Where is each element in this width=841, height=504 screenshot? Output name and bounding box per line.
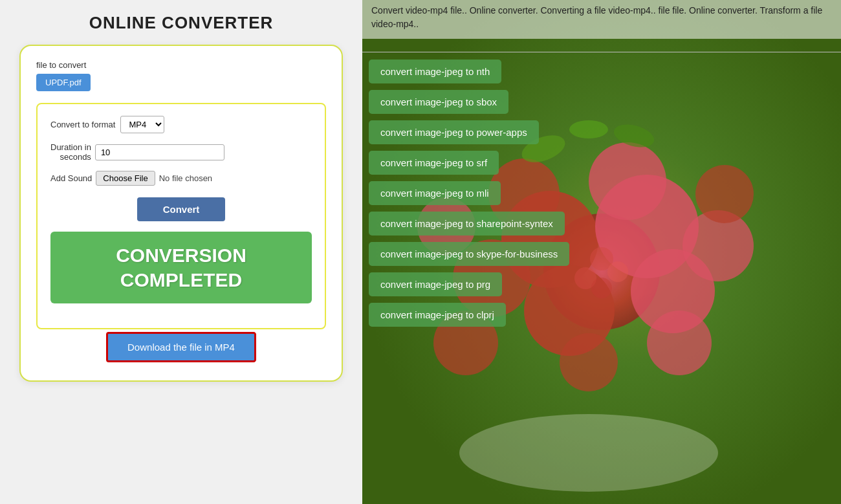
convert-button[interactable]: Convert (137, 197, 226, 221)
link-item-0[interactable]: convert image-jpeg to nth (369, 60, 501, 83)
format-row: Convert to format MP4 AVI MOV MKV GIF (50, 116, 312, 133)
link-item-7[interactable]: convert image-jpeg to prg (369, 272, 502, 296)
format-label: Convert to format (50, 120, 115, 129)
choose-file-button[interactable]: Choose File (96, 171, 155, 186)
links-container: convert image-jpeg to nthconvert image-j… (369, 60, 835, 327)
svg-point-22 (459, 414, 718, 492)
conversion-completed-line2: COMPLETED (57, 268, 305, 292)
conversion-completed-box: CONVERSION COMPLETED (50, 232, 312, 303)
add-sound-label: Add Sound (50, 173, 92, 183)
link-item-4[interactable]: convert image-jpeg to mli (369, 181, 501, 205)
download-button[interactable]: Download the file in MP4 (106, 332, 256, 362)
sound-row: Add Sound Choose File No file chosen (50, 171, 312, 186)
link-item-1[interactable]: convert image-jpeg to sbox (369, 90, 508, 114)
duration-label: Duration inseconds (50, 142, 91, 162)
description-text: Convert video-mp4 file.. Online converte… (362, 0, 841, 39)
page-title: ONLINE CONVERTER (89, 13, 274, 33)
file-to-convert-label: file to convert (36, 60, 326, 70)
link-item-6[interactable]: convert image-jpeg to skype-for-business (369, 242, 569, 266)
link-item-3[interactable]: convert image-jpeg to srf (369, 151, 499, 175)
format-select[interactable]: MP4 AVI MOV MKV GIF (120, 116, 164, 133)
convert-button-wrap: Convert (50, 197, 312, 221)
inner-form-box: Convert to format MP4 AVI MOV MKV GIF Du… (36, 103, 326, 329)
no-file-text: No file chosen (159, 173, 212, 183)
link-item-2[interactable]: convert image-jpeg to power-apps (369, 120, 539, 144)
link-item-8[interactable]: convert image-jpeg to clprj (369, 303, 506, 327)
file-name-button[interactable]: UPDF.pdf (36, 74, 91, 91)
right-panel: Convert video-mp4 file.. Online converte… (362, 0, 841, 504)
left-panel: ONLINE CONVERTER file to convert UPDF.pd… (0, 0, 362, 504)
converter-card: file to convert UPDF.pdf Convert to form… (19, 45, 343, 382)
download-button-wrap: Download the file in MP4 (36, 332, 326, 362)
divider-line (362, 52, 841, 52)
svg-point-12 (560, 333, 618, 391)
duration-input[interactable] (95, 144, 224, 160)
conversion-completed-line1: CONVERSION (57, 243, 305, 268)
link-item-5[interactable]: convert image-jpeg to sharepoint-syntex (369, 212, 565, 236)
main-layout: ONLINE CONVERTER file to convert UPDF.pd… (0, 0, 841, 504)
duration-row: Duration inseconds (50, 142, 312, 162)
